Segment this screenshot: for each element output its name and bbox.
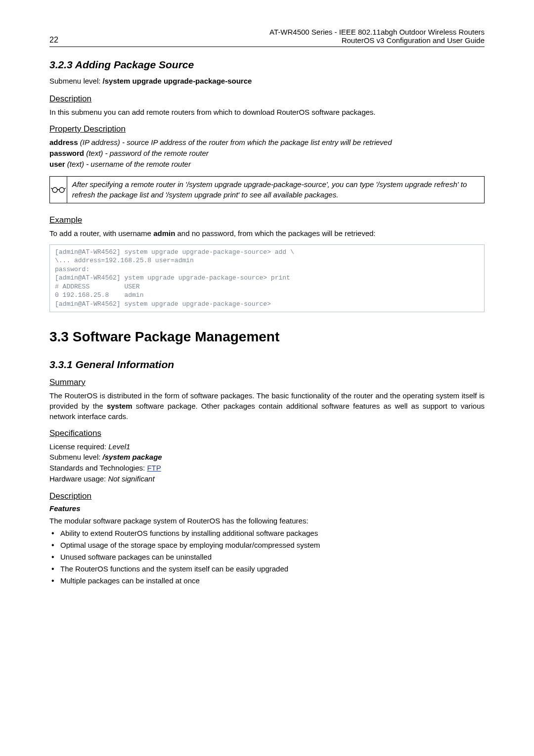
- prop-address-desc: (IP address) - source IP address of the …: [78, 138, 392, 146]
- prop-address-name: address: [49, 138, 78, 146]
- svg-line-3: [64, 188, 66, 189]
- page-number: 22: [49, 36, 58, 45]
- example-text-bold: admin: [153, 229, 175, 237]
- spec-standards-label: Standards and Technologies:: [49, 464, 147, 472]
- page-header: 22 AT-WR4500 Series - IEEE 802.11abgh Ou…: [49, 28, 485, 47]
- summary-bold: system: [107, 402, 133, 410]
- description-heading-323: Description: [49, 94, 485, 104]
- spec-license: License required: Level1: [49, 441, 485, 452]
- spec-submenu: Submenu level: /system package: [49, 452, 485, 463]
- description-heading-331: Description: [49, 491, 485, 501]
- ftp-link[interactable]: FTP: [147, 464, 161, 472]
- svg-line-2: [51, 188, 52, 189]
- summary-heading: Summary: [49, 378, 485, 387]
- spec-standards: Standards and Technologies: FTP: [49, 463, 485, 473]
- spec-hardware: Hardware usage: Not significant: [49, 473, 485, 484]
- section-heading-331: 3.3.1 General Information: [49, 359, 485, 371]
- spec-license-value: Level1: [108, 442, 130, 451]
- prop-address: address (IP address) - source IP address…: [49, 137, 485, 148]
- section-heading-323: 3.2.3 Adding Package Source: [49, 59, 485, 71]
- example-text-pre: To add a router, with username: [49, 229, 153, 237]
- list-item: Multiple packages can be installed at on…: [60, 576, 485, 585]
- code-block: [admin@AT-WR4562] system upgrade upgrade…: [49, 244, 485, 312]
- features-list: Ability to extend RouterOS functions by …: [49, 529, 485, 585]
- prop-password: password (text) - password of the remote…: [49, 148, 485, 159]
- prop-user: user (text) - username of the remote rou…: [49, 159, 485, 170]
- prop-password-desc: (text) - password of the remote router: [84, 149, 209, 157]
- example-text: To add a router, with username admin and…: [49, 228, 485, 238]
- spec-hardware-label: Hardware usage:: [49, 474, 108, 483]
- spec-license-label: License required:: [49, 442, 108, 451]
- example-text-post: and no password, from which the packages…: [175, 229, 375, 237]
- header-right: AT-WR4500 Series - IEEE 802.11abgh Outdo…: [269, 28, 485, 45]
- prop-user-name: user: [49, 160, 65, 168]
- doc-title-2: RouterOS v3 Configuration and User Guide: [269, 36, 485, 45]
- spec-submenu-value: /system package: [103, 453, 162, 461]
- document-page: 22 AT-WR4500 Series - IEEE 802.11abgh Ou…: [0, 0, 534, 756]
- features-heading: Features: [49, 504, 485, 513]
- property-desc-heading: Property Description: [49, 124, 485, 134]
- svg-point-1: [59, 188, 64, 192]
- section-heading-33: 3.3 Software Package Management: [49, 329, 485, 345]
- submenu-value: /system upgrade upgrade-package-source: [103, 77, 252, 85]
- spec-hardware-value: Not significant: [108, 474, 154, 483]
- doc-title-1: AT-WR4500 Series - IEEE 802.11abgh Outdo…: [269, 28, 485, 36]
- example-heading: Example: [49, 215, 485, 225]
- tip-text: After specifying a remote router in '/sy…: [67, 177, 484, 203]
- submenu-line-323: Submenu level: /system upgrade upgrade-p…: [49, 76, 485, 86]
- list-item: The RouterOS functions and the system it…: [60, 565, 485, 573]
- submenu-label: Submenu level:: [49, 77, 103, 85]
- glasses-icon: [50, 177, 67, 203]
- spec-submenu-label: Submenu level:: [49, 453, 103, 461]
- prop-password-name: password: [49, 149, 84, 157]
- list-item: Ability to extend RouterOS functions by …: [60, 529, 485, 537]
- specifications-heading: Specifications: [49, 428, 485, 438]
- list-item: Unused software packages can be uninstal…: [60, 553, 485, 561]
- prop-user-desc: (text) - username of the remote router: [65, 160, 191, 168]
- svg-point-0: [52, 188, 57, 192]
- features-intro: The modular software package system of R…: [49, 516, 485, 526]
- summary-text: The RouterOS is distributed in the form …: [49, 390, 485, 422]
- tip-box: After specifying a remote router in '/sy…: [49, 176, 485, 203]
- description-text-323: In this submenu you can add remote route…: [49, 107, 485, 117]
- list-item: Optimal usage of the storage space by em…: [60, 541, 485, 549]
